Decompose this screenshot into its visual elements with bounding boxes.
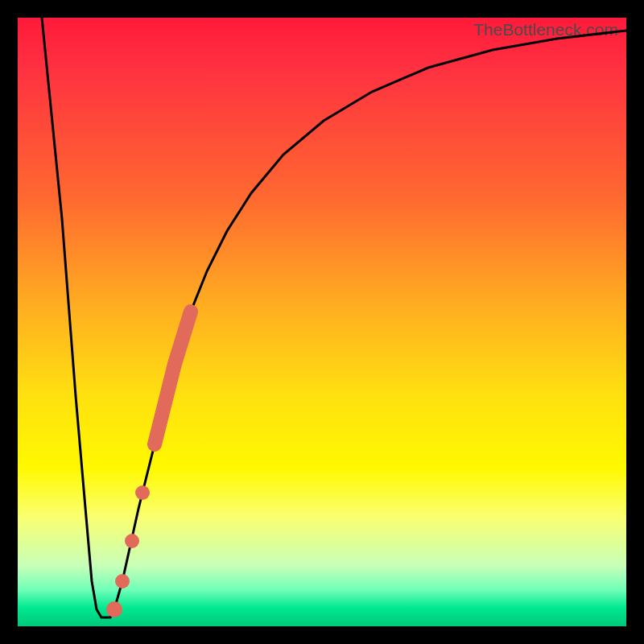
highlight-segment-path	[155, 312, 191, 444]
plot-area: TheBottleneck.com	[18, 18, 626, 626]
highlight-dot	[106, 601, 122, 617]
chart-frame: TheBottleneck.com	[0, 0, 644, 644]
highlight-dot	[115, 574, 130, 588]
highlight-dot	[135, 485, 150, 500]
bottleneck-curve-path	[42, 18, 626, 617]
curve-layer	[18, 18, 626, 626]
highlight-dot	[125, 534, 139, 548]
